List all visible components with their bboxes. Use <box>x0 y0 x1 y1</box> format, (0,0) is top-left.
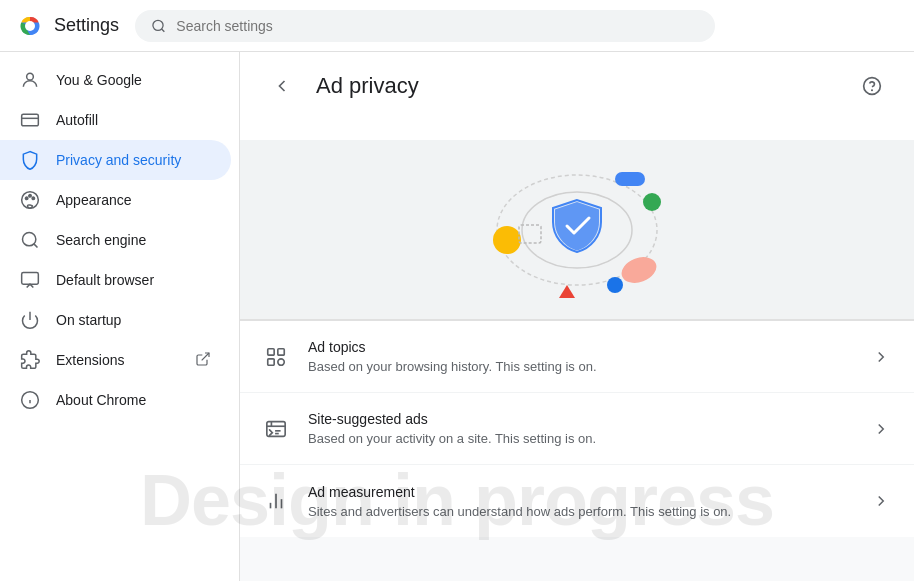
search-engine-icon <box>20 230 40 250</box>
sidebar-label-extensions: Extensions <box>56 352 179 368</box>
ad-measurement-text: Ad measurement Sites and advertisers can… <box>308 484 852 519</box>
svg-line-14 <box>202 353 209 360</box>
ad-topics-icon <box>264 345 288 369</box>
sidebar-label-about-chrome: About Chrome <box>56 392 211 408</box>
sidebar-label-default-browser: Default browser <box>56 272 211 288</box>
back-button[interactable] <box>264 68 300 104</box>
svg-point-24 <box>493 226 521 254</box>
svg-point-10 <box>32 197 35 200</box>
svg-rect-29 <box>268 348 274 354</box>
ad-topics-chevron-icon <box>872 348 890 366</box>
svg-rect-12 <box>22 273 39 285</box>
top-bar: Settings <box>0 0 914 52</box>
settings-card: Ad privacy <box>240 52 914 537</box>
info-icon <box>20 390 40 410</box>
page-header: Ad privacy <box>240 52 914 120</box>
sidebar: You & Google Autofill Privacy and securi… <box>0 52 240 581</box>
person-icon <box>20 70 40 90</box>
sidebar-label-privacy-security: Privacy and security <box>56 152 211 168</box>
site-suggested-ads-description: Based on your activity on a site. This s… <box>308 431 852 446</box>
svg-point-23 <box>643 193 661 211</box>
svg-rect-30 <box>278 348 284 354</box>
page-title: Ad privacy <box>316 73 419 99</box>
site-suggested-ads-text: Site-suggested ads Based on your activit… <box>308 411 852 446</box>
sidebar-item-about-chrome[interactable]: About Chrome <box>0 380 231 420</box>
app-title: Settings <box>16 12 119 40</box>
sidebar-item-default-browser[interactable]: Default browser <box>0 260 231 300</box>
svg-rect-5 <box>22 114 39 126</box>
sidebar-label-you-google: You & Google <box>56 72 211 88</box>
sidebar-item-autofill[interactable]: Autofill <box>0 100 231 140</box>
palette-icon <box>20 190 40 210</box>
shield-icon <box>20 150 40 170</box>
sidebar-item-you-google[interactable]: You & Google <box>0 60 231 100</box>
ad-topics-text: Ad topics Based on your browsing history… <box>308 339 852 374</box>
svg-point-11 <box>23 233 36 246</box>
search-bar[interactable] <box>135 10 715 42</box>
ad-measurement-icon <box>264 489 288 513</box>
help-button[interactable] <box>854 68 890 104</box>
svg-point-8 <box>25 197 28 200</box>
hero-illustration <box>240 140 914 320</box>
ad-measurement-row[interactable]: Ad measurement Sites and advertisers can… <box>240 465 914 537</box>
page-header-left: Ad privacy <box>264 68 419 104</box>
site-suggested-ads-title: Site-suggested ads <box>308 411 852 427</box>
site-suggested-ads-icon <box>264 417 288 441</box>
content-area: Ad privacy <box>240 52 914 581</box>
sidebar-label-autofill: Autofill <box>56 112 211 128</box>
svg-point-4 <box>27 73 34 80</box>
sidebar-label-on-startup: On startup <box>56 312 211 328</box>
site-suggested-ads-row[interactable]: Site-suggested ads Based on your activit… <box>240 393 914 465</box>
chrome-logo-icon <box>16 12 44 40</box>
ad-privacy-illustration <box>467 150 687 310</box>
ad-measurement-chevron-icon <box>872 492 890 510</box>
sidebar-item-extensions[interactable]: Extensions <box>0 340 231 380</box>
svg-rect-22 <box>615 172 645 186</box>
sidebar-item-on-startup[interactable]: On startup <box>0 300 231 340</box>
search-input[interactable] <box>176 18 699 34</box>
sidebar-item-privacy-security[interactable]: Privacy and security <box>0 140 231 180</box>
ad-measurement-title: Ad measurement <box>308 484 852 500</box>
power-icon <box>20 310 40 330</box>
svg-point-32 <box>278 358 284 364</box>
browser-icon <box>20 270 40 290</box>
ad-topics-row[interactable]: Ad topics Based on your browsing history… <box>240 321 914 393</box>
svg-point-27 <box>607 277 623 293</box>
svg-rect-31 <box>268 358 274 364</box>
ad-measurement-description: Sites and advertisers can understand how… <box>308 504 852 519</box>
ad-topics-title: Ad topics <box>308 339 852 355</box>
settings-rows-container: Ad topics Based on your browsing history… <box>240 320 914 537</box>
sidebar-item-search-engine[interactable]: Search engine <box>0 220 231 260</box>
search-icon <box>151 18 166 34</box>
puzzle-icon <box>20 350 40 370</box>
external-link-icon <box>195 351 211 370</box>
sidebar-item-appearance[interactable]: Appearance <box>0 180 231 220</box>
svg-point-9 <box>29 195 32 198</box>
sidebar-label-appearance: Appearance <box>56 192 211 208</box>
site-suggested-ads-chevron-icon <box>872 420 890 438</box>
sidebar-label-search-engine: Search engine <box>56 232 211 248</box>
settings-title: Settings <box>54 15 119 36</box>
main-layout: You & Google Autofill Privacy and securi… <box>0 52 914 581</box>
svg-point-3 <box>153 20 163 30</box>
svg-marker-26 <box>559 285 575 298</box>
ad-topics-description: Based on your browsing history. This set… <box>308 359 852 374</box>
autofill-icon <box>20 110 40 130</box>
svg-point-25 <box>618 252 660 287</box>
svg-point-2 <box>25 21 35 31</box>
